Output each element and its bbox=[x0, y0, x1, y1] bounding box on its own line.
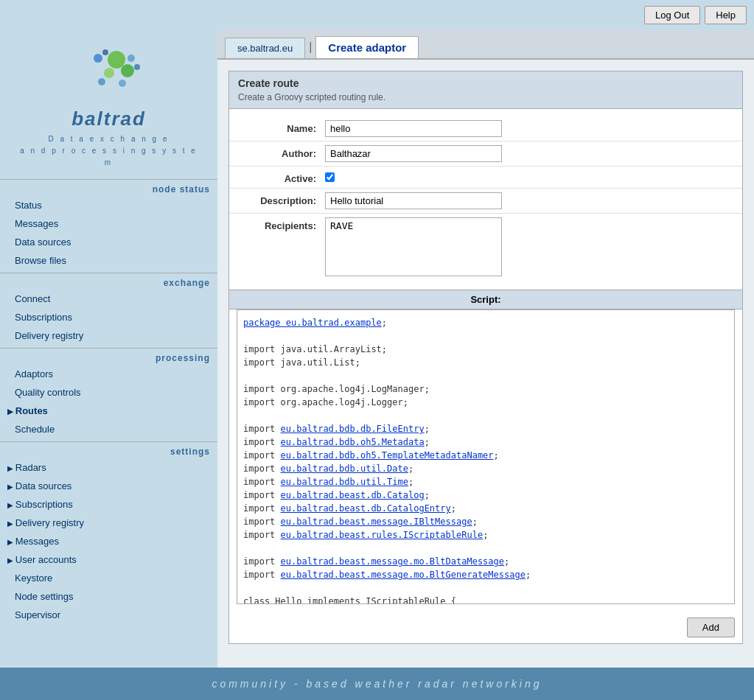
recipients-control: RAVE bbox=[325, 217, 735, 279]
name-row: Name: bbox=[229, 116, 742, 141]
svg-point-3 bbox=[94, 54, 102, 63]
script-label: Script: bbox=[229, 290, 742, 309]
sidebar-item-messages-settings[interactable]: Messages bbox=[0, 532, 217, 550]
content-header: se.baltrad.eu | Create adaptor bbox=[217, 30, 754, 60]
recipients-textarea[interactable]: RAVE bbox=[325, 217, 502, 276]
description-control bbox=[325, 192, 735, 209]
sidebar-item-browse-files[interactable]: Browse files bbox=[0, 251, 217, 270]
main-layout: baltrad D a t a e x c h a n g e a n d p … bbox=[0, 30, 754, 668]
exchange-header: exchange bbox=[0, 273, 217, 290]
author-row: Author: bbox=[229, 141, 742, 167]
help-button[interactable]: Help bbox=[705, 6, 747, 24]
sidebar-item-status[interactable]: Status bbox=[0, 196, 217, 214]
logout-button[interactable]: Log Out bbox=[644, 6, 700, 24]
nav-exchange: exchange Connect Subscriptions Delivery … bbox=[0, 273, 217, 345]
active-label: Active: bbox=[237, 170, 325, 184]
author-label: Author: bbox=[237, 145, 325, 159]
sidebar-item-messages[interactable]: Messages bbox=[0, 214, 217, 233]
logo-subtitle: D a t a e x c h a n g e a n d p r o c e … bbox=[15, 133, 203, 169]
footer-text: community - based weather radar networki… bbox=[212, 678, 542, 690]
svg-point-8 bbox=[119, 80, 126, 87]
name-control bbox=[325, 120, 735, 137]
nav-settings: settings Radars Data sources Subscriptio… bbox=[0, 441, 217, 624]
sidebar: baltrad D a t a e x c h a n g e a n d p … bbox=[0, 30, 217, 668]
active-checkbox[interactable] bbox=[325, 172, 335, 182]
description-label: Description: bbox=[237, 192, 325, 206]
svg-point-0 bbox=[108, 51, 125, 69]
tab-bar: se.baltrad.eu | Create adaptor bbox=[217, 30, 754, 58]
top-bar: Log Out Help bbox=[0, 0, 754, 30]
sidebar-item-radars[interactable]: Radars bbox=[0, 458, 217, 477]
tab-separator: | bbox=[305, 41, 315, 58]
logo-text: baltrad bbox=[15, 108, 203, 130]
svg-point-2 bbox=[104, 68, 114, 78]
sidebar-item-connect[interactable]: Connect bbox=[0, 290, 217, 308]
form-title: Create route bbox=[238, 77, 733, 89]
processing-header: processing bbox=[0, 348, 217, 365]
sidebar-item-supervisor[interactable]: Supervisor bbox=[0, 606, 217, 624]
script-area[interactable]: package eu.baltrad.example; import java.… bbox=[237, 309, 735, 604]
active-row: Active: bbox=[229, 167, 742, 189]
author-control bbox=[325, 145, 735, 162]
sidebar-item-routes[interactable]: Routes bbox=[0, 402, 217, 420]
tab-page-title[interactable]: Create adaptor bbox=[315, 36, 419, 58]
svg-point-4 bbox=[102, 49, 108, 55]
recipients-row: Recipients: RAVE bbox=[229, 214, 742, 282]
description-row: Description: bbox=[229, 189, 742, 214]
sidebar-item-adaptors[interactable]: Adaptors bbox=[0, 365, 217, 383]
form-subtitle: Create a Groovy scripted routing rule. bbox=[238, 92, 733, 102]
svg-point-5 bbox=[128, 55, 135, 62]
recipients-label: Recipients: bbox=[237, 217, 325, 231]
add-button-row: Add bbox=[229, 612, 742, 643]
sidebar-item-delivery-registry-settings[interactable]: Delivery registry bbox=[0, 514, 217, 532]
sidebar-item-quality-controls[interactable]: Quality controls bbox=[0, 383, 217, 402]
tab-site[interactable]: se.baltrad.eu bbox=[225, 38, 305, 58]
sidebar-item-delivery-registry[interactable]: Delivery registry bbox=[0, 326, 217, 345]
content-body: Create route Create a Groovy scripted ro… bbox=[217, 60, 754, 668]
content-area: se.baltrad.eu | Create adaptor Create ro… bbox=[217, 30, 754, 668]
nav-node-status: node status Status Messages Data sources… bbox=[0, 179, 217, 270]
add-button[interactable]: Add bbox=[687, 617, 735, 637]
sidebar-item-user-accounts[interactable]: User accounts bbox=[0, 550, 217, 569]
name-input[interactable] bbox=[325, 120, 502, 137]
logo-area: baltrad D a t a e x c h a n g e a n d p … bbox=[0, 30, 217, 176]
name-label: Name: bbox=[237, 120, 325, 134]
sidebar-item-data-sources-settings[interactable]: Data sources bbox=[0, 477, 217, 495]
sidebar-item-schedule[interactable]: Schedule bbox=[0, 420, 217, 438]
sidebar-item-subscriptions-settings[interactable]: Subscriptions bbox=[0, 495, 217, 514]
svg-point-7 bbox=[98, 78, 105, 85]
logo-graphic bbox=[65, 45, 153, 104]
active-control bbox=[325, 172, 735, 184]
description-input[interactable] bbox=[325, 192, 502, 209]
form-container: Create route Create a Groovy scripted ro… bbox=[228, 71, 743, 644]
sidebar-item-keystore[interactable]: Keystore bbox=[0, 569, 217, 587]
svg-point-1 bbox=[121, 64, 134, 77]
author-input[interactable] bbox=[325, 145, 502, 162]
sidebar-item-node-settings[interactable]: Node settings bbox=[0, 587, 217, 606]
svg-point-6 bbox=[134, 64, 140, 70]
form-fields: Name: Author: Active: bbox=[229, 109, 742, 290]
sidebar-item-data-sources[interactable]: Data sources bbox=[0, 233, 217, 251]
form-title-bar: Create route Create a Groovy scripted ro… bbox=[229, 71, 742, 109]
settings-header: settings bbox=[0, 441, 217, 458]
footer: community - based weather radar networki… bbox=[0, 668, 754, 700]
script-content[interactable]: package eu.baltrad.example; import java.… bbox=[237, 310, 734, 603]
nav-processing: processing Adaptors Quality controls Rou… bbox=[0, 348, 217, 438]
sidebar-item-subscriptions[interactable]: Subscriptions bbox=[0, 308, 217, 326]
node-status-header: node status bbox=[0, 179, 217, 196]
